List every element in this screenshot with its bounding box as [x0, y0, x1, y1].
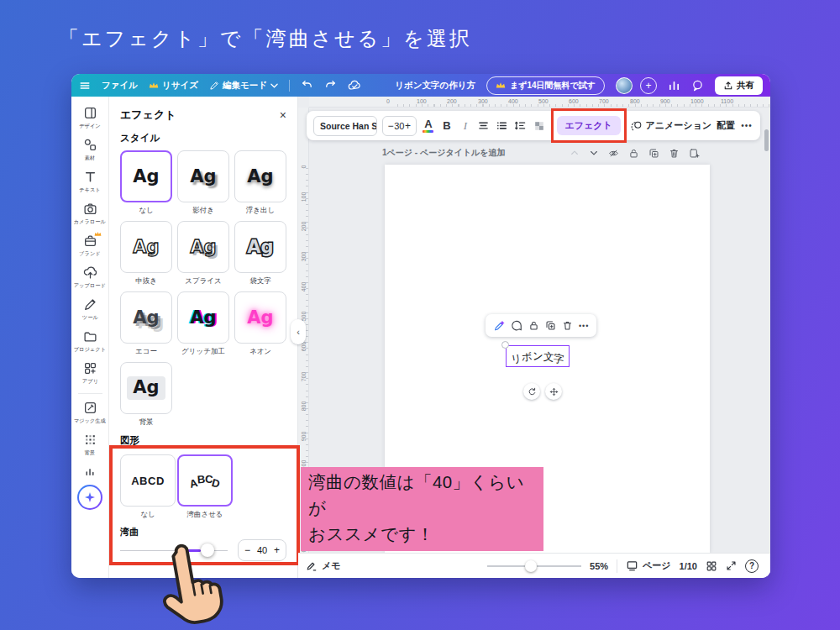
menu-edit-mode[interactable]: 編集モード	[209, 80, 278, 92]
undo-icon[interactable]	[301, 79, 313, 92]
style-tile-lift[interactable]: Ag浮き出し	[234, 150, 286, 214]
fullscreen-icon[interactable]	[726, 560, 737, 571]
annotation-callout: 湾曲の数値は「40」くらいが おススメです！	[301, 467, 543, 551]
animation-button[interactable]: アニメーション	[631, 119, 711, 132]
text-element[interactable]: リボン文字	[506, 345, 570, 367]
comments-bubble-icon[interactable]	[691, 79, 704, 92]
page-header: 1ページ - ページタイトルを追加	[382, 146, 700, 160]
bold-button[interactable]: B	[440, 116, 454, 136]
sidebar-item-apps[interactable]: アプリ	[71, 358, 109, 390]
sidebar-item-background[interactable]: 背景	[71, 429, 109, 461]
magic-ai-button[interactable]	[77, 485, 102, 510]
move-page-down-icon[interactable]	[589, 148, 599, 158]
more-options-button[interactable]: •••	[740, 116, 753, 136]
sidebar-item-uploads[interactable]: アップロード	[71, 262, 109, 294]
chart-icon	[84, 465, 97, 477]
font-size-value[interactable]: 30	[394, 121, 404, 131]
sidebar-item-charts[interactable]	[71, 461, 109, 481]
help-button[interactable]: ?	[745, 559, 759, 573]
status-bar: メモ 55% ページ 1/10 ?	[298, 553, 770, 578]
tutorial-slide: 「エフェクト」で「湾曲させる」を選択 ファイル リサイズ 編集モード	[0, 0, 840, 630]
comment-icon[interactable]	[511, 320, 522, 332]
lock-icon[interactable]	[528, 320, 539, 331]
style-tile-shadow[interactable]: Ag影付き	[177, 150, 229, 214]
duplicate-icon[interactable]	[545, 320, 556, 331]
add-member-button[interactable]: +	[640, 77, 657, 94]
sidebar-item-tools[interactable]: ツール	[71, 294, 109, 326]
pages-button[interactable]: ページ	[626, 559, 671, 572]
style-tile-glitch[interactable]: Agグリッチ加工	[177, 291, 229, 355]
menu-resize[interactable]: リサイズ	[149, 80, 198, 92]
page-title[interactable]: 1ページ - ページタイトルを追加	[382, 147, 506, 159]
font-size-plus[interactable]: +	[405, 120, 411, 132]
selection-toolbar: •••	[486, 314, 596, 337]
add-page-icon[interactable]	[689, 148, 700, 159]
duplicate-page-icon[interactable]	[648, 148, 659, 159]
resize-handle[interactable]	[501, 341, 509, 349]
curve-minus-button[interactable]: −	[244, 544, 250, 556]
shape-tile-curve[interactable]: ABCD 湾曲させる	[177, 454, 233, 518]
style-tile-splice[interactable]: Agスプライス	[177, 221, 229, 285]
effects-button[interactable]: エフェクト	[557, 116, 621, 135]
background-grid: Ag背景	[120, 362, 286, 426]
upload-cloud-icon	[83, 265, 97, 280]
share-button[interactable]: 共有	[715, 76, 763, 95]
sidebar-item-elements[interactable]: 素材	[71, 134, 109, 166]
zoom-level[interactable]: 55%	[590, 561, 608, 571]
pointing-hand-cursor	[144, 536, 239, 630]
zoom-slider[interactable]	[487, 560, 581, 572]
redo-icon[interactable]	[324, 79, 337, 92]
font-size-stepper: − 30 +	[382, 116, 417, 136]
more-icon[interactable]: •••	[579, 322, 589, 330]
style-tile-neon[interactable]: Agネオン	[234, 291, 286, 355]
hide-page-icon[interactable]	[608, 148, 619, 159]
transparency-button[interactable]	[533, 116, 546, 136]
close-icon[interactable]: ×	[280, 109, 286, 121]
curve-value-stepper: − 40 +	[238, 539, 286, 561]
app-topbar: ファイル リサイズ 編集モード リボン文字の作り方	[71, 74, 770, 97]
editor-toolbar: Source Han Sans ... − 30 + A B I	[307, 111, 760, 140]
move-handle[interactable]	[545, 383, 562, 400]
hamburger-menu-icon[interactable]	[79, 80, 91, 92]
document-title[interactable]: リボン文字の作り方	[395, 80, 475, 92]
text-color-button[interactable]: A	[422, 116, 435, 136]
delete-icon[interactable]	[562, 320, 573, 331]
list-button[interactable]	[496, 116, 509, 136]
italic-button[interactable]: I	[459, 116, 472, 136]
sidebar-item-camera-roll[interactable]: カメラロール	[71, 198, 109, 230]
design-icon	[83, 106, 97, 120]
style-tile-none[interactable]: Agなし	[120, 150, 172, 214]
shape-tile-none[interactable]: ABCD なし	[120, 454, 176, 518]
sidebar-item-magic-generate[interactable]: マジック生成	[71, 397, 109, 429]
trial-button[interactable]: まず14日間無料で試す	[486, 76, 605, 95]
spacing-button[interactable]	[514, 116, 528, 136]
grid-view-icon[interactable]	[706, 560, 717, 572]
position-button[interactable]: 配置	[717, 119, 735, 132]
zoom-slider-thumb[interactable]	[525, 560, 537, 572]
scrollbar-thumb[interactable]	[764, 129, 769, 151]
export-icon	[723, 81, 733, 91]
avatar[interactable]	[616, 77, 633, 94]
notes-button[interactable]: メモ	[306, 559, 341, 572]
curve-plus-button[interactable]: +	[274, 544, 280, 556]
sidebar-item-design[interactable]: デザイン	[71, 102, 109, 134]
style-tile-echo[interactable]: Agエコー	[120, 291, 172, 355]
style-tile-background[interactable]: Ag背景	[120, 362, 172, 426]
lock-page-icon[interactable]	[628, 148, 639, 159]
delete-page-icon[interactable]	[669, 148, 680, 159]
alignment-button[interactable]	[477, 116, 491, 136]
rotate-handle[interactable]	[523, 383, 540, 400]
font-size-minus[interactable]: −	[388, 120, 394, 132]
insights-icon[interactable]	[668, 79, 680, 92]
collapse-panel-icon[interactable]: ‹	[291, 319, 306, 344]
font-selector[interactable]: Source Han Sans ...	[313, 116, 377, 136]
sidebar-item-projects[interactable]: プロジェクト	[71, 326, 109, 358]
sidebar-item-brand[interactable]: ブランド	[71, 230, 109, 262]
style-tile-hollow[interactable]: Ag中抜き	[120, 221, 172, 285]
move-page-up-icon[interactable]	[570, 148, 580, 158]
sidebar-item-text[interactable]: テキスト	[71, 166, 109, 198]
menu-file[interactable]: ファイル	[102, 80, 138, 92]
curve-value[interactable]: 40	[257, 545, 267, 555]
style-tile-outline[interactable]: Ag袋文字	[234, 221, 286, 285]
magic-write-icon[interactable]	[493, 320, 505, 332]
